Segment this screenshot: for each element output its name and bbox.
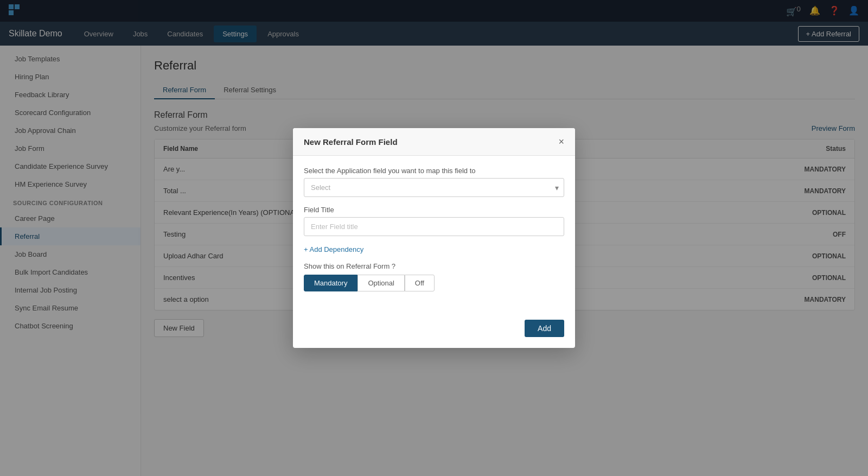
add-dependency-link[interactable]: + Add Dependency bbox=[304, 245, 363, 253]
modal: New Referral Form Field × Select the App… bbox=[293, 128, 575, 348]
modal-close-button[interactable]: × bbox=[558, 137, 564, 147]
modal-add-button[interactable]: Add bbox=[525, 320, 564, 337]
modal-overlay: New Referral Form Field × Select the App… bbox=[0, 0, 868, 476]
toggle-optional[interactable]: Optional bbox=[358, 275, 404, 291]
modal-header: New Referral Form Field × bbox=[293, 128, 575, 156]
modal-footer: Add bbox=[293, 313, 575, 348]
field-title-label: Field Title bbox=[304, 206, 564, 214]
toggle-off[interactable]: Off bbox=[405, 275, 435, 291]
toggle-group: Mandatory Optional Off bbox=[304, 275, 564, 291]
field-title-group: Field Title bbox=[304, 206, 564, 236]
application-field-select[interactable]: Select bbox=[304, 178, 564, 197]
field-title-input[interactable] bbox=[304, 217, 564, 236]
select-field-group: Select the Application field you want to… bbox=[304, 167, 564, 197]
select-wrapper: Select ▾ bbox=[304, 178, 564, 197]
show-referral-label: Show this on Referral Form ? bbox=[304, 262, 564, 270]
toggle-mandatory[interactable]: Mandatory bbox=[304, 275, 358, 291]
modal-title: New Referral Form Field bbox=[304, 137, 398, 147]
select-field-label: Select the Application field you want to… bbox=[304, 167, 564, 175]
modal-body: Select the Application field you want to… bbox=[293, 156, 575, 313]
